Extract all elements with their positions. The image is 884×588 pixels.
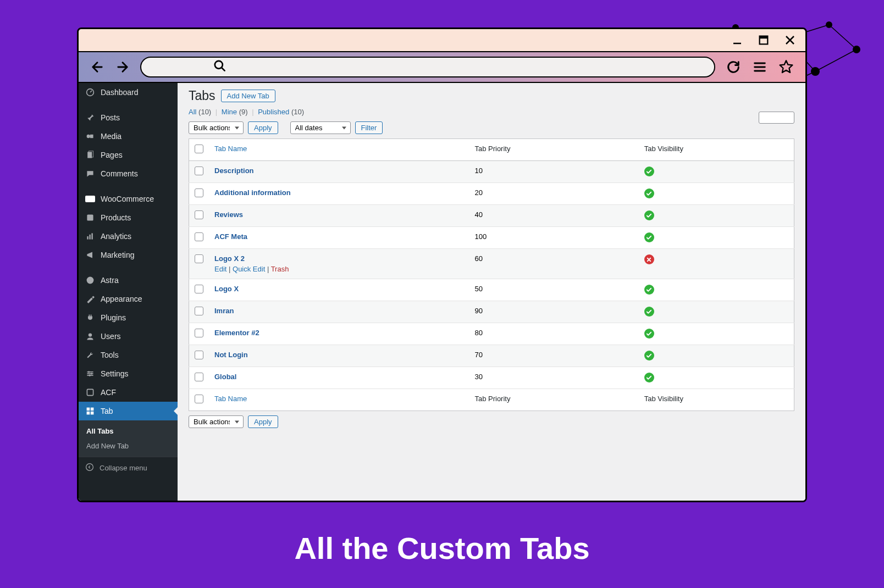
sidebar-item-woocommerce[interactable]: WooCommerce [79,190,178,208]
apply-button-bottom[interactable]: Apply [248,415,278,428]
sidebar-item-products[interactable]: Products [79,208,178,227]
sidebar-item-plugins[interactable]: Plugins [79,308,178,327]
row-title-link[interactable]: Elementor #2 [214,329,259,337]
row-checkbox[interactable] [195,232,203,241]
sidebar-item-analytics[interactable]: Analytics [79,227,178,246]
row-title-link[interactable]: Description [214,167,254,175]
col-header-name[interactable]: Tab Name [209,139,469,161]
maximize-icon[interactable] [757,34,770,47]
svg-rect-23 [85,196,95,202]
sidebar-item-marketing[interactable]: Marketing [79,246,178,264]
submenu-all-tabs[interactable]: All Tabs [79,424,178,439]
row-title-link[interactable]: Not Login [214,351,248,359]
row-title-link[interactable]: ACF Meta [214,232,247,241]
sidebar-item-acf[interactable]: ACF [79,383,178,402]
page-heading: Tabs Add New Tab [189,88,794,103]
filter-mine[interactable]: Mine [222,108,237,116]
sidebar-item-comments[interactable]: Comments [79,164,178,183]
dashboard-icon [85,87,95,97]
menu-icon[interactable] [752,59,768,75]
minimize-icon[interactable] [731,34,744,47]
search-box[interactable] [759,112,794,124]
filter-published[interactable]: Published [258,108,289,116]
row-edit[interactable]: Edit [214,265,226,273]
row-title-link[interactable]: Additional information [214,188,291,197]
row-checkbox[interactable] [195,307,203,315]
row-checkbox[interactable] [195,373,203,381]
svg-point-34 [91,373,92,374]
sidebar-item-label: ACF [101,388,116,397]
reload-icon[interactable] [725,59,742,75]
browser-toolbar [79,52,805,83]
bulk-actions-select[interactable]: Bulk actions [189,121,244,134]
col-footer-name[interactable]: Tab Name [209,389,469,411]
row-checkbox[interactable] [195,254,203,263]
tablenav-top: Bulk actions Apply All dates Filter [189,121,794,134]
table-row: Logo X 2Edit | Quick Edit | Trash 60 [189,249,794,279]
back-arrow-icon[interactable] [90,59,105,75]
table-row: Imran 90 [189,301,794,323]
sidebar-item-label: Settings [101,369,129,378]
svg-point-28 [87,277,94,284]
sidebar-item-pages[interactable]: Pages [79,146,178,164]
row-trash[interactable]: Trash [271,265,289,273]
url-bar[interactable] [140,57,715,77]
sidebar-item-dashboard[interactable]: Dashboard [79,83,178,102]
filter-mine-count: (9) [239,108,248,116]
row-checkbox[interactable] [195,210,203,219]
svg-rect-16 [760,36,768,39]
sidebar-item-media[interactable]: Media [79,127,178,146]
table-row: Description 10 [189,161,794,183]
row-priority: 90 [469,301,638,323]
forward-arrow-icon[interactable] [115,59,130,75]
sidebar-item-users[interactable]: Users [79,327,178,346]
select-all-checkbox[interactable] [195,145,203,153]
close-icon[interactable] [783,34,797,47]
row-checkbox[interactable] [195,188,203,197]
products-icon [85,213,95,223]
sidebar-submenu: All Tabs Add New Tab [79,420,178,457]
star-icon[interactable] [778,59,794,75]
row-checkbox[interactable] [195,167,203,175]
sidebar-item-label: Analytics [101,232,131,241]
select-all-checkbox-bottom[interactable] [195,395,203,403]
row-title-link[interactable]: Logo X 2 [214,254,245,263]
filter-all[interactable]: All [189,108,196,116]
svg-point-29 [89,333,92,336]
submenu-add-new[interactable]: Add New Tab [79,439,178,453]
add-new-tab-button[interactable]: Add New Tab [221,90,275,102]
svg-rect-27 [91,233,92,239]
collapse-menu[interactable]: Collapse menu [79,457,178,479]
apply-button-top[interactable]: Apply [248,121,278,134]
row-priority: 40 [469,205,638,227]
row-checkbox[interactable] [195,285,203,293]
row-title-link[interactable]: Logo X [214,285,239,293]
filter-button[interactable]: Filter [355,121,383,134]
row-priority: 100 [469,227,638,249]
sidebar-item-astra[interactable]: Astra [79,271,178,290]
sidebar-item-posts[interactable]: Posts [79,108,178,127]
row-quick-edit[interactable]: Quick Edit [233,265,265,273]
sidebar-item-appearance[interactable]: Appearance [79,290,178,308]
collapse-label: Collapse menu [100,464,147,472]
svg-rect-39 [87,412,90,415]
sidebar-item-settings[interactable]: Settings [79,364,178,383]
users-icon [85,331,95,341]
svg-point-19 [87,135,90,138]
bulk-actions-select-bottom[interactable]: Bulk actions [189,415,244,428]
row-checkbox[interactable] [195,351,203,359]
row-priority: 70 [469,345,638,367]
visibility-ok-icon [644,351,654,360]
row-title-link[interactable]: Reviews [214,210,243,219]
date-filter-select[interactable]: All dates [290,121,351,134]
row-priority: 10 [469,161,638,183]
sidebar-item-label: Tools [101,351,119,359]
sidebar-item-tools[interactable]: Tools [79,346,178,364]
svg-rect-20 [90,135,93,138]
row-checkbox[interactable] [195,329,203,337]
filter-published-count: (10) [291,108,304,116]
row-title-link[interactable]: Imran [214,307,234,315]
slide-caption: All the Custom Tabs [0,530,884,566]
sidebar-item-tab[interactable]: Tab [79,402,178,420]
row-title-link[interactable]: Global [214,373,236,381]
